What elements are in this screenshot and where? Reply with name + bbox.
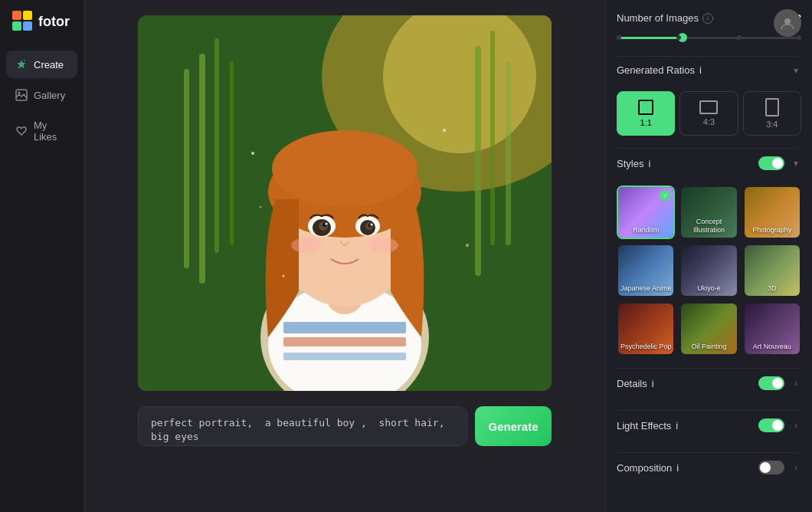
composition-controls: › [758, 461, 801, 474]
styles-info-icon[interactable]: i [648, 158, 650, 169]
generate-button[interactable]: Generate [475, 406, 552, 446]
style-3d[interactable]: 3D [743, 244, 801, 297]
light-effects-section[interactable]: Light Effects i › [617, 410, 801, 440]
my-likes-label: My Likes [34, 120, 68, 143]
prompt-bar: perfect portrait, a beautiful boy , shor… [138, 406, 552, 446]
styles-label: Styles [617, 158, 643, 169]
light-effects-toggle-knob [772, 420, 783, 431]
app-name: fotor [38, 14, 70, 30]
styles-title: Styles i [617, 158, 650, 169]
styles-toggle[interactable] [758, 156, 784, 170]
style-psychedelic[interactable]: Psychedelic Pop [617, 302, 675, 356]
style-nouveau[interactable]: Art Nouveau [743, 302, 801, 356]
style-concept-label: Concept Illustration [681, 218, 736, 235]
ratio-4-3-square [699, 100, 718, 114]
svg-rect-21 [283, 337, 406, 346]
ratio-info-icon[interactable]: i [699, 64, 702, 76]
svg-point-45 [784, 18, 791, 25]
details-toggle[interactable] [758, 376, 784, 390]
style-anime-label: Japanese Anime [620, 284, 672, 293]
right-panel: Number of Images i 2 Generated Ratios [605, 0, 812, 512]
ratio-3-4[interactable]: 3:4 [743, 91, 801, 136]
styles-grid: Random ✓ Concept Illustration Photograph… [617, 185, 801, 356]
svg-point-37 [291, 238, 322, 253]
svg-point-26 [272, 130, 417, 207]
style-nouveau-label: Art Nouveau [753, 343, 791, 351]
heart-icon [15, 125, 28, 137]
style-photography-bg: Photography [745, 187, 800, 238]
generated-ratios-header[interactable]: Generated Ratios i ▾ [617, 56, 801, 84]
svg-point-36 [371, 224, 373, 226]
light-effects-chevron-icon: › [791, 420, 801, 431]
composition-info-icon[interactable]: i [676, 462, 679, 474]
fotor-logo-icon [12, 11, 34, 32]
slider-dot-2 [676, 35, 681, 40]
svg-rect-13 [184, 69, 189, 268]
sidebar-item-gallery[interactable]: Gallery [6, 81, 77, 109]
style-photography[interactable]: Photography [743, 185, 801, 239]
styles-chevron-icon: ▾ [791, 158, 801, 169]
create-label: Create [34, 59, 64, 71]
slider-dots [617, 35, 801, 40]
ratio-3-4-label: 3:4 [766, 120, 778, 129]
svg-rect-0 [12, 11, 21, 20]
style-oil[interactable]: Oil Painting [679, 302, 738, 356]
slider-dot-4 [797, 35, 801, 40]
svg-rect-1 [23, 11, 32, 20]
main-content: perfect portrait, a beautiful boy , shor… [84, 0, 605, 512]
details-section[interactable]: Details i › [617, 368, 801, 398]
ratio-options: 1:1 4:3 3:4 [617, 91, 801, 136]
svg-point-41 [382, 306, 385, 308]
svg-rect-11 [199, 54, 205, 284]
ratio-4-3[interactable]: 4:3 [679, 91, 738, 136]
light-effects-info-icon[interactable]: i [676, 420, 678, 432]
light-effects-toggle[interactable] [758, 418, 784, 432]
image-icon [15, 89, 28, 101]
composition-label: Composition [617, 462, 672, 474]
composition-toggle[interactable] [758, 461, 784, 474]
style-ukiyoe[interactable]: Ukiyo-e [679, 244, 738, 297]
prompt-input[interactable]: perfect portrait, a beautiful boy , shor… [138, 406, 467, 446]
ratio-chevron-icon: ▾ [791, 65, 801, 76]
style-random[interactable]: Random ✓ [617, 185, 675, 239]
number-info-icon[interactable]: i [702, 13, 713, 24]
details-info-icon[interactable]: i [652, 378, 654, 389]
svg-rect-20 [283, 322, 406, 333]
style-psychedelic-bg: Psychedelic Pop [618, 304, 673, 354]
generated-ratios-section: Generated Ratios i ▾ 1:1 4:3 [617, 56, 801, 136]
style-anime-bg: Japanese Anime [618, 245, 673, 296]
ratio-3-4-frame [765, 98, 779, 117]
composition-section[interactable]: Composition i › [617, 452, 801, 482]
number-slider[interactable] [617, 31, 801, 44]
generated-ratios-label: Generated Ratios [617, 64, 695, 76]
ratio-1-1-frame [638, 100, 653, 115]
style-nouveau-bg: Art Nouveau [745, 304, 800, 354]
style-oil-bg: Oil Painting [681, 304, 736, 354]
light-effects-controls: › [758, 418, 801, 432]
ratio-4-3-label: 4:3 [703, 117, 715, 126]
generated-ratios-title: Generated Ratios i [617, 64, 702, 76]
svg-point-38 [368, 238, 398, 253]
style-random-label: Random [633, 226, 659, 235]
style-photography-label: Photography [752, 226, 791, 235]
generated-image [138, 15, 552, 391]
details-toggle-knob [772, 378, 783, 389]
style-anime[interactable]: Japanese Anime [617, 244, 675, 297]
style-concept[interactable]: Concept Illustration [679, 185, 738, 239]
svg-point-4 [24, 60, 25, 61]
number-of-images-section: Number of Images i 2 [617, 12, 801, 44]
light-effects-title: Light Effects i [617, 420, 678, 432]
details-chevron-icon: › [791, 378, 801, 389]
sidebar-item-create[interactable]: Create [6, 51, 77, 78]
sidebar: fotor Create Gallery [0, 0, 84, 512]
user-avatar[interactable] [774, 9, 801, 37]
image-preview [138, 15, 552, 391]
sparkles-icon [15, 58, 28, 71]
ratio-1-1-square [638, 100, 653, 115]
svg-rect-2 [12, 21, 21, 31]
svg-rect-12 [214, 38, 219, 253]
ratio-1-1[interactable]: 1:1 [617, 91, 675, 136]
style-oil-label: Oil Painting [691, 343, 726, 351]
styles-header[interactable]: Styles i ▾ [617, 148, 801, 178]
sidebar-item-likes[interactable]: My Likes [6, 112, 77, 150]
